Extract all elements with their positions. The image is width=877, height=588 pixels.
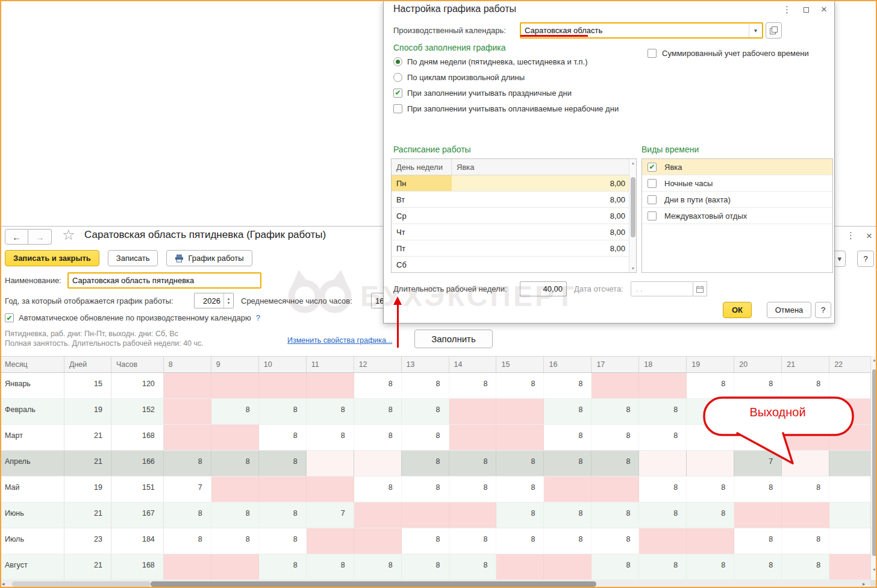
hours-count-cell[interactable]: 152 <box>111 399 164 424</box>
hours-count-cell[interactable]: 168 <box>111 425 164 450</box>
vertical-scrollbar-thumb[interactable] <box>872 369 876 556</box>
month-cell[interactable]: Июнь <box>0 502 64 528</box>
days-count-cell[interactable]: 19 <box>64 399 111 424</box>
dialog-help-button[interactable]: ? <box>815 302 831 318</box>
day-cell[interactable]: 8 <box>164 528 211 554</box>
day-off-cell[interactable] <box>211 373 259 398</box>
day-off-cell[interactable] <box>734 502 782 528</box>
day-off-cell[interactable] <box>782 502 829 528</box>
favorite-star-icon[interactable]: ☆ <box>62 227 75 243</box>
day-off-cell[interactable] <box>211 425 259 450</box>
day-cell[interactable]: 8 <box>687 477 734 502</box>
day-cell[interactable]: 8 <box>211 451 259 476</box>
checkbox-control[interactable]: ✔ <box>393 89 402 98</box>
calendar-month-row[interactable]: Январь1512088888888 <box>0 373 877 399</box>
day-off-cell[interactable] <box>449 502 497 528</box>
day-off-cell[interactable] <box>639 528 687 554</box>
day-cell[interactable]: 8 <box>259 528 307 554</box>
month-cell[interactable]: Апрель <box>0 451 64 476</box>
day-cell[interactable]: 8 <box>591 451 639 476</box>
day-cell[interactable]: 8 <box>354 425 402 450</box>
calendar-month-row[interactable]: Август211688888888888 <box>0 554 877 580</box>
month-cell[interactable]: Январь <box>0 373 64 398</box>
scroll-left-icon[interactable]: ◂ <box>2 581 5 587</box>
day-off-cell[interactable] <box>591 373 639 398</box>
day-off-cell[interactable] <box>307 451 354 476</box>
day-cell[interactable]: 8 <box>544 399 591 424</box>
fill-button[interactable]: Заполнить <box>414 330 493 348</box>
horizontal-scrollbar[interactable]: ◂ ▸ <box>0 580 877 588</box>
time-type-checkbox[interactable] <box>648 211 657 220</box>
day-cell[interactable]: 8 <box>354 373 402 398</box>
day-cell[interactable]: 8 <box>639 554 687 580</box>
day-cell[interactable]: 8 <box>496 502 544 528</box>
day-off-cell[interactable] <box>496 425 544 450</box>
day-cell[interactable]: 8 <box>259 399 307 424</box>
schedule-row[interactable]: Пн8,00 <box>392 175 636 192</box>
save-button[interactable]: Записать <box>108 250 158 266</box>
checkbox-option-row[interactable]: При заполнении учитывать оплачиваемые не… <box>393 101 619 116</box>
days-count-cell[interactable]: 21 <box>64 451 111 476</box>
combo-dropdown-icon[interactable]: ▾ <box>749 27 762 34</box>
day-cell[interactable]: 8 <box>591 425 639 450</box>
more-menu-icon[interactable]: ⋮ <box>846 230 855 242</box>
day-cell[interactable]: 8 <box>639 477 687 502</box>
day-cell[interactable]: 8 <box>544 373 591 398</box>
day-off-cell[interactable] <box>259 477 307 502</box>
day-cell[interactable]: 8 <box>449 554 497 580</box>
day-cell[interactable]: 8 <box>734 477 782 502</box>
day-cell[interactable]: 8 <box>449 451 497 476</box>
day-cell[interactable]: 8 <box>402 528 449 554</box>
month-cell[interactable]: Июль <box>0 528 64 554</box>
schedule-value-cell[interactable]: 8,00 <box>452 195 636 204</box>
time-type-row[interactable]: Дни в пути (вахта) <box>642 192 832 208</box>
day-cell[interactable]: 8 <box>591 554 639 580</box>
back-button[interactable]: ← <box>5 229 28 245</box>
day-off-cell[interactable] <box>449 399 497 424</box>
forward-button[interactable]: → <box>28 229 52 245</box>
hours-count-cell[interactable]: 168 <box>111 554 164 580</box>
day-cell[interactable]: 8 <box>211 528 259 554</box>
time-type-checkbox[interactable] <box>648 179 657 188</box>
day-cell[interactable]: 8 <box>211 399 259 424</box>
schedule-row[interactable]: Сб <box>392 257 636 273</box>
day-cell[interactable]: 8 <box>591 528 639 554</box>
schedule-row[interactable]: Вт8,00 <box>392 192 636 208</box>
time-type-row[interactable]: ✔Явка <box>642 159 832 175</box>
day-off-cell[interactable] <box>402 502 449 528</box>
day-cell[interactable]: 8 <box>782 477 829 502</box>
day-cell[interactable]: 8 <box>687 502 734 528</box>
day-off-cell[interactable] <box>164 399 211 424</box>
radio-option-row[interactable]: По дням недели (пятидневка, шестидневка … <box>393 54 619 69</box>
work-schedule-scrollbar[interactable]: ▲ ▼ <box>629 159 636 272</box>
form-help-button[interactable]: ? <box>857 251 874 267</box>
day-cell[interactable]: 8 <box>591 502 639 528</box>
day-cell[interactable]: 8 <box>164 451 211 476</box>
day-cell[interactable]: 8 <box>734 554 782 580</box>
days-count-cell[interactable]: 23 <box>64 528 111 554</box>
schedule-value-cell[interactable]: 8,00 <box>452 211 636 220</box>
day-cell[interactable]: 8 <box>734 528 782 554</box>
day-off-cell[interactable] <box>164 425 211 450</box>
day-off-cell[interactable] <box>639 451 687 476</box>
day-off-cell[interactable] <box>544 477 591 502</box>
name-input[interactable]: Саратовская область пятидневка <box>67 272 261 289</box>
day-cell[interactable]: 8 <box>544 528 591 554</box>
schedule-value-cell[interactable]: 8,00 <box>452 244 636 253</box>
print-schedule-button[interactable]: График работы <box>166 250 252 266</box>
day-cell[interactable]: 8 <box>402 451 449 476</box>
day-cell[interactable]: 8 <box>164 502 211 528</box>
day-cell[interactable]: 8 <box>734 373 782 398</box>
day-off-cell[interactable] <box>211 477 259 502</box>
hours-count-cell[interactable]: 166 <box>111 451 164 476</box>
schedule-day-cell[interactable]: Пн <box>392 175 452 191</box>
days-count-cell[interactable]: 15 <box>64 373 111 398</box>
day-cell[interactable]: 8 <box>402 373 449 398</box>
dialog-close-icon[interactable]: × <box>821 4 827 16</box>
day-off-cell[interactable] <box>307 373 354 398</box>
day-cell[interactable]: 8 <box>687 373 734 398</box>
radio-option-row[interactable]: По циклам произвольной длины <box>393 69 619 85</box>
day-cell[interactable]: 8 <box>782 528 829 554</box>
day-cell[interactable]: 8 <box>259 451 307 476</box>
day-off-cell[interactable] <box>307 477 354 502</box>
